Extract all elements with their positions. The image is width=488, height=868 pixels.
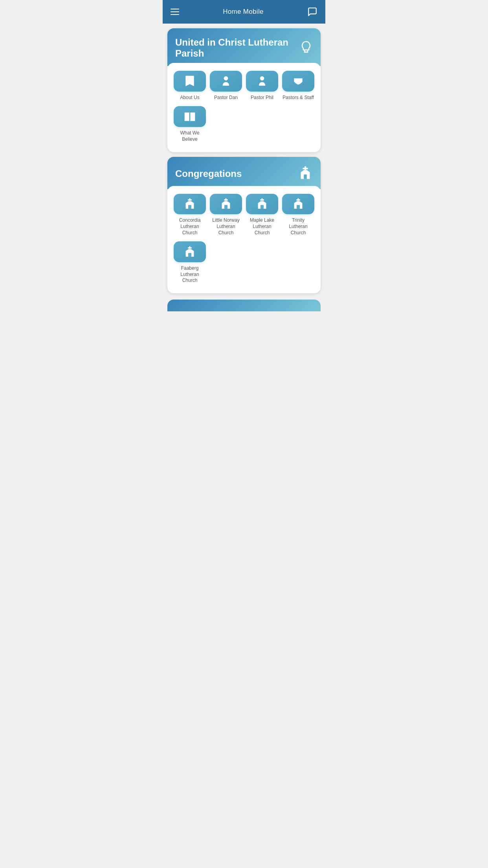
svg-rect-13 [261,205,264,209]
lightbulb-icon [299,40,313,55]
svg-rect-15 [296,199,300,200]
svg-point-1 [260,76,264,81]
church-icon [183,246,196,258]
maple-lake-button[interactable] [246,194,278,215]
congregations-section-header: Congregations [167,157,321,189]
church-icon [256,198,268,210]
svg-rect-12 [260,199,264,200]
pastors-staff-item[interactable]: Pastors & Staff [282,71,314,101]
little-norway-item[interactable]: Little Norway Lutheran Church [210,194,242,236]
pastor-dan-item[interactable]: Pastor Dan [210,71,242,101]
congregations-section-body: Concordia Lutheran Church Little Norway … [167,186,321,293]
navbar: Home Mobile [163,0,325,24]
about-us-item[interactable]: About Us [174,71,206,101]
pastor-phil-button[interactable] [246,71,278,92]
parish-section-card: United in Christ Lutheran Parish [167,28,321,152]
person-icon [220,75,232,87]
what-we-believe-label: What We Believe [174,130,206,142]
svg-rect-7 [188,205,191,209]
hand-heart-icon [292,75,305,87]
svg-point-0 [224,76,228,81]
svg-rect-10 [224,205,227,209]
congregations-items-row2: Faaberg Lutheran Church [174,241,314,284]
page-content: United in Christ Lutheran Parish [163,24,325,316]
church-header-icon [298,166,313,182]
congregations-items-row1: Concordia Lutheran Church Little Norway … [174,194,314,236]
trinity-item[interactable]: Trinity Lutheran Church [282,194,314,236]
parish-items-row2: What We Believe [174,106,314,142]
what-we-believe-item[interactable]: What We Believe [174,106,206,142]
pastor-dan-button[interactable] [210,71,242,92]
what-we-believe-button[interactable] [174,106,206,127]
pastors-staff-label: Pastors & Staff [283,95,314,101]
navbar-title: Home Mobile [223,8,263,16]
concordia-label: Concordia Lutheran Church [174,217,206,236]
about-us-button[interactable] [174,71,206,92]
faaberg-label: Faaberg Lutheran Church [174,265,206,284]
svg-rect-9 [224,199,228,200]
maple-lake-item[interactable]: Maple Lake Lutheran Church [246,194,278,236]
trinity-button[interactable] [282,194,314,215]
little-norway-button[interactable] [210,194,242,215]
parish-items-row1: About Us Pastor Dan [174,71,314,101]
svg-rect-16 [297,205,300,209]
congregations-section-title: Congregations [175,168,242,179]
hamburger-menu-button[interactable] [171,9,179,15]
svg-rect-18 [188,247,192,248]
parish-section-body: About Us Pastor Dan [167,63,321,152]
svg-rect-19 [188,253,191,257]
maple-lake-label: Maple Lake Lutheran Church [246,217,278,236]
church-icon [220,198,232,210]
book-icon [183,110,196,123]
faaberg-item[interactable]: Faaberg Lutheran Church [174,241,206,284]
concordia-button[interactable] [174,194,206,215]
parish-section-header: United in Christ Lutheran Parish [167,28,321,66]
about-us-label: About Us [180,95,199,101]
concordia-item[interactable]: Concordia Lutheran Church [174,194,206,236]
pastors-staff-button[interactable] [282,71,314,92]
pastor-phil-item[interactable]: Pastor Phil [246,71,278,101]
little-norway-label: Little Norway Lutheran Church [210,217,242,236]
svg-rect-3 [303,167,308,169]
chat-button[interactable] [307,7,317,17]
bottom-section-peek [167,300,321,311]
faaberg-button[interactable] [174,241,206,262]
congregations-section-card: Congregations [167,157,321,293]
bookmark-icon [183,75,196,87]
person-icon [256,75,268,87]
church-icon [183,198,196,210]
trinity-label: Trinity Lutheran Church [282,217,314,236]
parish-section-title: United in Christ Lutheran Parish [175,37,299,59]
church-icon [292,198,305,210]
svg-rect-6 [188,199,192,200]
pastor-dan-label: Pastor Dan [214,95,238,101]
svg-rect-4 [304,174,307,178]
pastor-phil-label: Pastor Phil [251,95,273,101]
